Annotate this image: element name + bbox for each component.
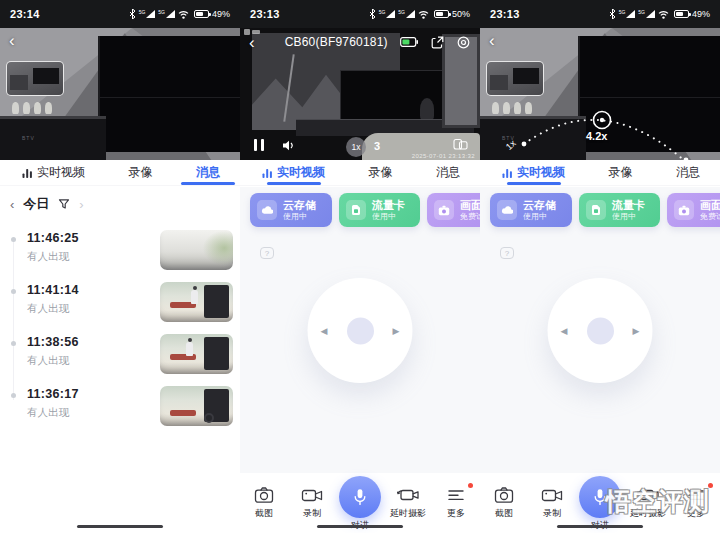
event-row[interactable]: 11:41:14 有人出现	[0, 282, 240, 322]
ptz-dpad[interactable]: ◀ ▶	[548, 278, 653, 383]
event-thumbnail[interactable]	[160, 334, 233, 374]
live-video-zoomed[interactable]: BTV ‹	[0, 28, 240, 160]
tab-messages[interactable]: 消息	[196, 160, 220, 185]
settings-icon[interactable]	[457, 36, 470, 49]
dpad-left-icon[interactable]: ◀	[561, 326, 568, 335]
prev-day-icon[interactable]: ‹	[10, 197, 14, 212]
service-cards: 云存储使用中 流量卡使用中 画面异常免费试用	[490, 193, 720, 227]
quality-label[interactable]: 3	[374, 140, 380, 152]
tab-playback[interactable]: 录像	[369, 160, 393, 185]
timeline-dot	[11, 289, 16, 294]
camera-alert-icon	[674, 200, 694, 220]
bluetooth-icon	[369, 9, 376, 19]
home-indicator[interactable]	[317, 525, 403, 529]
signal-5g-icon: 5G	[379, 10, 396, 18]
event-thumbnail[interactable]	[160, 282, 233, 322]
timeline-dot	[11, 341, 16, 346]
status-icons: 5G 5G 50%	[369, 9, 470, 19]
tab-messages[interactable]: 消息	[676, 160, 700, 185]
event-time: 11:41:14	[27, 283, 79, 297]
battery-icon	[434, 10, 449, 18]
event-row[interactable]: 11:38:56 有人出现	[0, 334, 240, 374]
status-icons: 5G 5G 49%	[609, 9, 710, 19]
help-button[interactable]: ?	[260, 247, 274, 259]
live-video[interactable]: ‹ CB60(BF9760181) 1x 3 2025-07-01 23:13:…	[240, 28, 480, 160]
dpad-knob[interactable]	[587, 317, 614, 344]
sim-card-icon	[586, 200, 606, 220]
record-button[interactable]: 录制	[288, 473, 336, 520]
ptz-dpad[interactable]: ◀ ▶	[308, 278, 413, 383]
split-screen-icon[interactable]	[453, 138, 468, 151]
timeline-dot	[11, 237, 16, 242]
tab-bar: 实时视频 录像 消息	[0, 160, 240, 186]
event-desc: 有人出现	[27, 354, 69, 368]
event-time: 11:36:17	[27, 387, 79, 401]
date-label[interactable]: 今日	[23, 195, 49, 213]
screen-anomaly-card[interactable]: 画面异常免费试用	[667, 193, 720, 227]
dpad-left-icon[interactable]: ◀	[321, 326, 328, 335]
dpad-knob[interactable]	[347, 317, 374, 344]
next-day-icon[interactable]: ›	[79, 197, 83, 212]
event-row[interactable]: 11:46:25 有人出现	[0, 230, 240, 270]
talk-button[interactable]: 对讲	[336, 473, 384, 532]
tab-live[interactable]: 实时视频	[262, 160, 325, 185]
dpad-right-icon[interactable]: ▶	[393, 326, 400, 335]
tab-playback[interactable]: 录像	[609, 160, 633, 185]
live-bars-icon	[262, 168, 273, 178]
tab-messages[interactable]: 消息	[436, 160, 460, 185]
video-header: ‹ CB60(BF9760181)	[240, 33, 480, 51]
home-indicator[interactable]	[77, 525, 163, 529]
wifi-icon	[418, 10, 429, 19]
dpad-right-icon[interactable]: ▶	[633, 326, 640, 335]
record-button[interactable]: 录制	[528, 473, 576, 520]
live-video-zoomed[interactable]: BTV ‹ 1x 4.2x	[480, 28, 720, 160]
wifi-icon	[658, 10, 669, 19]
pause-icon[interactable]	[254, 139, 264, 151]
cabinet-in-scene: BTV	[0, 116, 106, 160]
screen-live-zoomed: 23:13 5G 5G 49% BTV ‹	[480, 0, 720, 533]
data-sim-card[interactable]: 流量卡使用中	[339, 193, 420, 227]
back-icon[interactable]: ‹	[9, 32, 15, 49]
event-desc: 有人出现	[27, 250, 69, 264]
screen-messages: 23:14 5G 5G 49% BTV ‹ 实时视频	[0, 0, 240, 533]
wifi-icon	[178, 10, 189, 19]
snapshot-button[interactable]: 截图	[240, 473, 288, 520]
screen-anomaly-card[interactable]: 画面异常免费试用	[427, 193, 480, 227]
help-button[interactable]: ?	[500, 247, 514, 259]
data-sim-card[interactable]: 流量卡使用中	[579, 193, 660, 227]
cloud-storage-card[interactable]: 云存储使用中	[250, 193, 332, 227]
snapshot-button[interactable]: 截图	[480, 473, 528, 520]
bluetooth-icon	[609, 9, 616, 19]
home-indicator[interactable]	[557, 525, 643, 529]
battery-percent: 49%	[692, 9, 710, 19]
cloud-storage-card[interactable]: 云存储使用中	[490, 193, 572, 227]
bluetooth-icon	[129, 9, 136, 19]
back-icon[interactable]: ‹	[489, 32, 495, 49]
camera-alert-icon	[434, 200, 454, 220]
event-time: 11:38:56	[27, 335, 79, 349]
tab-live[interactable]: 实时视频	[502, 160, 565, 185]
event-thumbnail[interactable]	[160, 386, 233, 426]
tab-playback[interactable]: 录像	[129, 160, 153, 185]
event-desc: 有人出现	[27, 302, 69, 316]
status-time: 23:13	[250, 8, 280, 20]
battery-icon	[674, 10, 689, 18]
status-bar: 23:14 5G 5G 49%	[0, 0, 240, 28]
date-filter-row: ‹ 今日 ›	[10, 195, 84, 213]
timelapse-button[interactable]: 延时摄影	[384, 473, 432, 520]
event-thumbnail[interactable]	[160, 230, 233, 270]
zoom-current-label: 4.2x	[586, 130, 607, 142]
status-bar: 23:13 5G 5G 50%	[240, 0, 480, 28]
status-time: 23:14	[10, 8, 40, 20]
back-icon[interactable]: ‹	[249, 34, 255, 51]
tab-live[interactable]: 实时视频	[22, 160, 85, 185]
share-icon[interactable]	[431, 36, 444, 49]
event-row[interactable]: 11:36:17 有人出现	[0, 386, 240, 426]
event-list: 11:46:25 有人出现 11:41:14 有人出现 11:38:56 有人出…	[0, 230, 240, 438]
filter-funnel-icon[interactable]	[58, 198, 70, 210]
more-button[interactable]: 更多	[432, 473, 480, 520]
speed-button[interactable]: 1x	[346, 137, 366, 157]
speaker-icon[interactable]	[282, 139, 295, 152]
pip-preview[interactable]	[6, 61, 64, 96]
camera-title: CB60(BF9760181)	[285, 35, 388, 49]
